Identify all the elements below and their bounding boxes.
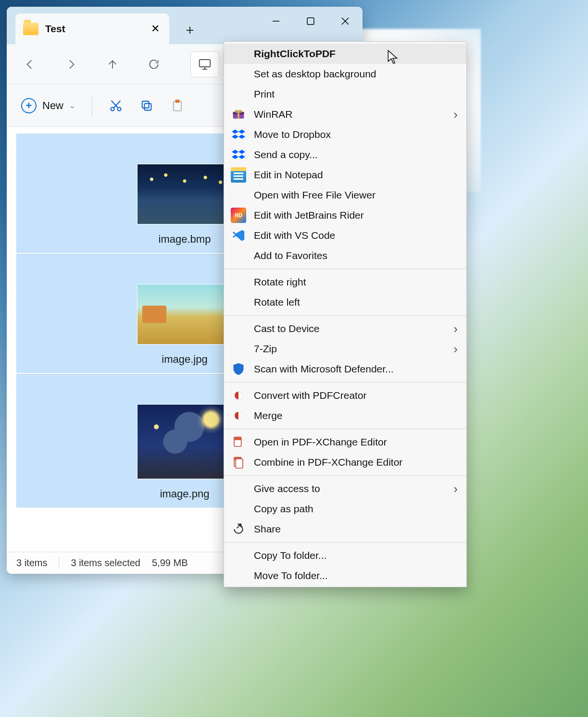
context-menu-item-label: Cast to Device xyxy=(254,323,453,334)
context-menu-item-label: Scan with Microsoft Defender... xyxy=(254,363,458,375)
file-name: image.bmp xyxy=(159,233,211,246)
titlebar: Test ✕ + xyxy=(7,7,363,44)
blank-icon xyxy=(231,274,246,290)
context-menu-item[interactable]: Convert with PDFCreator xyxy=(224,385,466,406)
blank-icon xyxy=(231,568,246,583)
svg-marker-22 xyxy=(238,135,245,139)
status-selected-count: 3 items selected xyxy=(71,557,140,569)
context-menu-item[interactable]: Open with Free File Viewer xyxy=(224,185,466,205)
blank-icon xyxy=(231,295,246,310)
up-button[interactable] xyxy=(103,55,122,74)
refresh-button[interactable] xyxy=(144,55,163,74)
paste-button[interactable] xyxy=(170,99,185,113)
svg-rect-30 xyxy=(234,437,241,440)
context-menu-item-label: Print xyxy=(254,88,458,100)
back-button[interactable] xyxy=(20,55,39,74)
notepad-icon xyxy=(231,167,246,183)
window-controls xyxy=(259,7,363,36)
blank-icon xyxy=(231,501,246,517)
close-window-button[interactable] xyxy=(328,7,363,36)
context-menu-item[interactable]: Copy To folder... xyxy=(224,545,466,566)
blank-icon xyxy=(231,481,246,496)
status-item-count: 3 items xyxy=(16,557,47,569)
svg-rect-11 xyxy=(144,103,151,110)
context-menu-item[interactable]: Copy as path xyxy=(224,499,466,519)
svg-rect-4 xyxy=(200,60,211,67)
svg-marker-24 xyxy=(238,150,245,154)
context-menu-separator xyxy=(224,382,466,383)
chevron-right-icon: › xyxy=(453,107,458,122)
context-menu-item-label: WinRAR xyxy=(254,109,453,120)
tab-test[interactable]: Test ✕ xyxy=(15,13,169,44)
this-pc-icon[interactable] xyxy=(190,51,219,77)
chevron-right-icon: › xyxy=(453,342,458,357)
context-menu-item-label: Open in PDF-XChange Editor xyxy=(254,436,458,448)
context-menu-item[interactable]: Move To folder... xyxy=(224,566,466,586)
file-thumbnail xyxy=(137,404,232,479)
context-menu-item-label: RightClickToPDF xyxy=(254,48,458,60)
svg-marker-21 xyxy=(232,135,238,139)
context-menu-item[interactable]: Rotate left xyxy=(224,292,466,312)
folder-icon xyxy=(23,23,38,35)
file-name: image.jpg xyxy=(162,353,207,366)
context-menu-item-label: Edit with JetBrains Rider xyxy=(254,210,458,221)
svg-marker-23 xyxy=(232,150,238,154)
new-button-label: New xyxy=(42,99,63,112)
context-menu-item-label: Convert with PDFCreator xyxy=(254,390,458,401)
minimize-button[interactable] xyxy=(259,7,293,36)
maximize-button[interactable] xyxy=(293,7,328,36)
svg-rect-14 xyxy=(176,100,179,102)
context-menu-item[interactable]: 7-Zip› xyxy=(224,339,466,359)
context-menu-item[interactable]: Add to Favorites xyxy=(224,246,466,266)
rider-icon: RD xyxy=(231,208,246,223)
context-menu-item[interactable]: Share xyxy=(224,519,466,539)
chevron-right-icon: › xyxy=(453,321,458,336)
forward-button[interactable] xyxy=(62,55,81,74)
separator xyxy=(92,95,92,116)
context-menu-item[interactable]: WinRAR› xyxy=(224,104,466,124)
context-menu-item-label: 7-Zip xyxy=(254,343,453,355)
svg-rect-12 xyxy=(142,101,149,108)
context-menu-item[interactable]: Merge xyxy=(224,406,466,426)
svg-rect-18 xyxy=(238,110,239,119)
cut-button[interactable] xyxy=(109,99,123,113)
context-menu-separator xyxy=(224,269,466,269)
defender-icon xyxy=(231,361,246,377)
file-thumbnail xyxy=(137,164,232,224)
blank-icon xyxy=(231,87,246,102)
pdfx-icon xyxy=(231,434,246,450)
context-menu-item[interactable]: Send a copy... xyxy=(224,145,466,165)
dropbox-icon xyxy=(231,127,246,142)
context-menu-item[interactable]: Edit with VS Code xyxy=(224,225,466,246)
context-menu-item[interactable]: Set as desktop background xyxy=(224,64,466,84)
context-menu-separator xyxy=(224,542,466,543)
context-menu-item[interactable]: Move to Dropbox xyxy=(224,124,466,145)
context-menu-item[interactable]: Rotate right xyxy=(224,272,466,292)
plus-icon: + xyxy=(21,98,37,113)
vscode-icon xyxy=(231,228,246,243)
blank-icon xyxy=(231,46,246,62)
svg-rect-33 xyxy=(236,459,243,469)
new-tab-button[interactable]: + xyxy=(180,20,200,40)
context-menu-item[interactable]: Edit in Notepad xyxy=(224,165,466,185)
pdfcreator-icon xyxy=(231,408,246,423)
new-button[interactable]: + New ⌄ xyxy=(21,98,75,113)
context-menu-item[interactable]: Open in PDF-XChange Editor xyxy=(224,432,466,452)
context-menu-item[interactable]: RDEdit with JetBrains Rider xyxy=(224,205,466,225)
tab-title: Test xyxy=(45,23,142,35)
context-menu-item[interactable]: Combine in PDF-XChange Editor xyxy=(224,452,466,472)
blank-icon xyxy=(231,66,246,82)
context-menu-item-label: Give access to xyxy=(254,483,453,494)
svg-rect-1 xyxy=(307,18,314,25)
context-menu: RightClickToPDFSet as desktop background… xyxy=(224,41,467,587)
context-menu-item[interactable]: Scan with Microsoft Defender... xyxy=(224,359,466,379)
context-menu-item[interactable]: RightClickToPDF xyxy=(224,44,466,64)
context-menu-item[interactable]: Print xyxy=(224,84,466,104)
close-tab-icon[interactable]: ✕ xyxy=(149,21,162,37)
context-menu-item-label: Open with Free File Viewer xyxy=(254,189,458,201)
dropbox-icon xyxy=(231,147,246,162)
context-menu-item[interactable]: Cast to Device› xyxy=(224,319,466,339)
copy-button[interactable] xyxy=(139,99,154,113)
context-menu-item-label: Edit in Notepad xyxy=(254,169,458,181)
context-menu-item[interactable]: Give access to› xyxy=(224,479,466,499)
